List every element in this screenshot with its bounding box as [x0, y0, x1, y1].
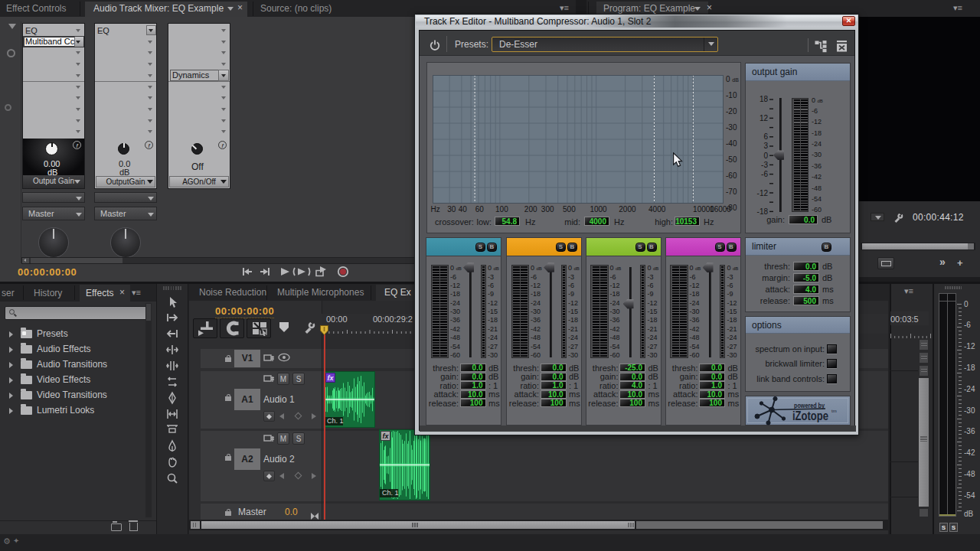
svg-text:tm: tm	[831, 409, 837, 413]
svg-text:iZotope: iZotope	[792, 409, 828, 422]
svg-text:powered by: powered by	[794, 402, 825, 409]
